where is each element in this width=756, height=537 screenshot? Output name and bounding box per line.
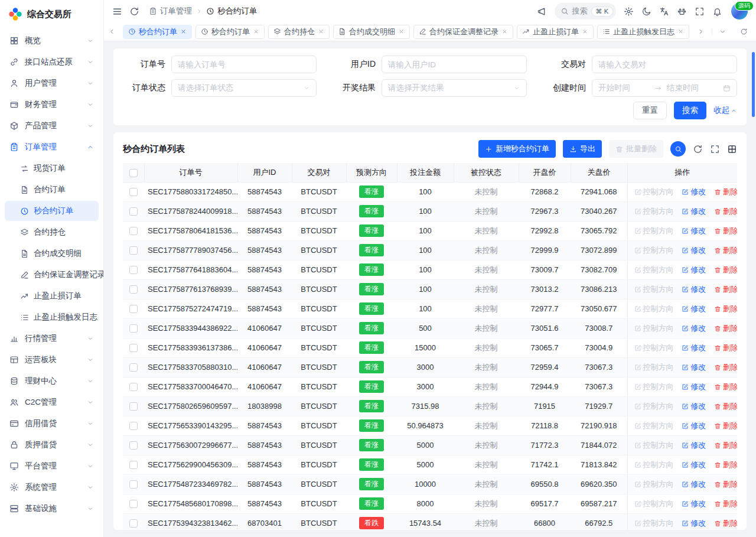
tabs-refresh-button[interactable] [736,28,751,35]
edit-button[interactable]: 修改 [682,245,706,256]
edit-button[interactable]: 修改 [682,284,706,295]
tabs-scroll-left-button[interactable] [104,22,119,41]
delete-button[interactable]: 删除 [714,206,737,217]
order-no-input[interactable] [171,56,317,73]
control-direction-button[interactable]: 控制方向 [634,421,674,431]
edit-button[interactable]: 修改 [682,421,706,431]
sidebar-item-platform-management[interactable]: 平台管理 [5,456,99,476]
announcement-icon[interactable] [537,6,547,17]
row-checkbox[interactable] [129,363,138,372]
tab-close-icon[interactable] [677,28,684,35]
user-id-input[interactable] [382,56,527,73]
delete-button[interactable]: 删除 [714,343,737,353]
edit-button[interactable]: 修改 [682,460,706,470]
edit-button[interactable]: 修改 [682,343,706,353]
gear-icon[interactable] [624,6,634,17]
control-direction-button[interactable]: 控制方向 [634,401,674,412]
sidebar-item-system-management[interactable]: 系统管理 [5,477,99,497]
control-direction-button[interactable]: 控制方向 [634,226,674,236]
batch-delete-button[interactable]: 批量删除 [609,140,663,158]
export-button[interactable]: 导出 [563,140,602,158]
delete-button[interactable]: 删除 [714,187,737,197]
tab-close-icon[interactable] [180,28,187,35]
control-direction-button[interactable]: 控制方向 [634,323,674,334]
global-search[interactable]: 搜索 ⌘ K [555,3,616,19]
delete-button[interactable]: 删除 [714,499,737,509]
paw-icon[interactable] [677,6,687,17]
tab-2[interactable]: 秒合约订单 [195,25,265,39]
edit-button[interactable]: 修改 [682,323,706,334]
row-checkbox[interactable] [129,480,138,489]
row-checkbox[interactable] [129,422,138,430]
sidebar-item-contract-trade-details[interactable]: 合约成交明细 [5,243,99,263]
delete-button[interactable]: 删除 [714,401,737,412]
row-checkbox[interactable] [129,500,138,508]
sidebar-item-margin-adjust-records[interactable]: 合约保证金调整记录 [5,265,99,285]
edit-button[interactable]: 修改 [682,304,706,314]
row-checkbox[interactable] [129,188,138,196]
control-direction-button[interactable]: 控制方向 [634,460,674,470]
delete-button[interactable]: 删除 [714,245,737,256]
sidebar-item-product-management[interactable]: 产品管理 [5,116,99,136]
sidebar-item-wealth-center[interactable]: 理财中心 [5,371,99,391]
control-direction-button[interactable]: 控制方向 [634,440,674,451]
tab-7[interactable]: 止盈止损触发日志 [597,25,689,39]
row-checkbox[interactable] [129,402,138,411]
sidebar-item-contract-orders[interactable]: 合约订单 [5,180,99,200]
control-direction-button[interactable]: 控制方向 [634,187,674,197]
control-direction-button[interactable]: 控制方向 [634,499,674,509]
breadcrumb-item-current[interactable]: 秒合约订单 [206,6,258,17]
tab-close-icon[interactable] [582,28,588,35]
tabs-dropdown-button[interactable] [715,28,730,35]
user-avatar[interactable]: 源码 [731,3,748,19]
sidebar-item-finance-management[interactable]: 财务管理 [5,95,99,115]
delete-button[interactable]: 删除 [714,479,737,490]
delete-button[interactable]: 删除 [714,265,737,275]
sidebar-item-market-management[interactable]: 行情管理 [5,328,99,349]
pair-input[interactable] [592,56,737,73]
sidebar-item-infrastructure[interactable]: 基础设施 [5,499,99,519]
control-direction-button[interactable]: 控制方向 [634,479,674,490]
tab-1[interactable]: 秒合约订单 [123,25,192,39]
control-direction-button[interactable]: 控制方向 [634,284,674,295]
tab-5[interactable]: 合约保证金调整记录 [413,25,513,39]
delete-button[interactable]: 删除 [714,226,737,236]
delete-button[interactable]: 删除 [714,362,737,373]
control-direction-button[interactable]: 控制方向 [634,304,674,314]
row-checkbox[interactable] [129,461,138,469]
row-checkbox[interactable] [129,441,138,450]
fullscreen-icon[interactable] [695,6,705,17]
app-logo[interactable]: 综合交易所 [0,0,103,28]
delete-button[interactable]: 删除 [714,382,737,392]
edit-button[interactable]: 修改 [682,265,706,275]
bell-icon[interactable] [712,6,722,17]
table-fullscreen-icon[interactable] [710,144,720,154]
control-direction-button[interactable]: 控制方向 [634,265,674,275]
tabs-scroll-right-button[interactable] [693,22,708,41]
row-checkbox[interactable] [129,227,138,235]
delete-button[interactable]: 删除 [714,304,737,314]
delete-button[interactable]: 删除 [714,284,737,295]
table-search-button[interactable] [670,141,686,157]
sidebar-item-order-management[interactable]: 订单管理 [5,137,99,157]
edit-button[interactable]: 修改 [682,401,706,412]
sidebar-item-site-restore[interactable]: 接口站点还原 [5,52,99,72]
row-checkbox[interactable] [129,246,138,255]
moon-icon[interactable] [641,6,651,17]
tab-6[interactable]: 止盈止损订单 [517,25,594,39]
collapse-button[interactable]: 收起 [713,105,737,116]
tab-3[interactable]: 合约持仓 [268,25,330,39]
table-refresh-icon[interactable] [693,144,703,154]
row-checkbox[interactable] [129,285,138,294]
delete-button[interactable]: 删除 [714,323,737,334]
sidebar-item-user-management[interactable]: 用户管理 [5,73,99,93]
tab-4[interactable]: 合约成交明细 [333,25,410,39]
edit-button[interactable]: 修改 [682,382,706,392]
row-checkbox[interactable] [129,324,138,333]
tab-close-icon[interactable] [501,28,508,35]
edit-button[interactable]: 修改 [682,226,706,236]
edit-button[interactable]: 修改 [682,440,706,451]
breadcrumb-item[interactable]: 订单管理 [149,6,192,17]
row-checkbox[interactable] [129,207,138,216]
control-direction-button[interactable]: 控制方向 [634,206,674,217]
